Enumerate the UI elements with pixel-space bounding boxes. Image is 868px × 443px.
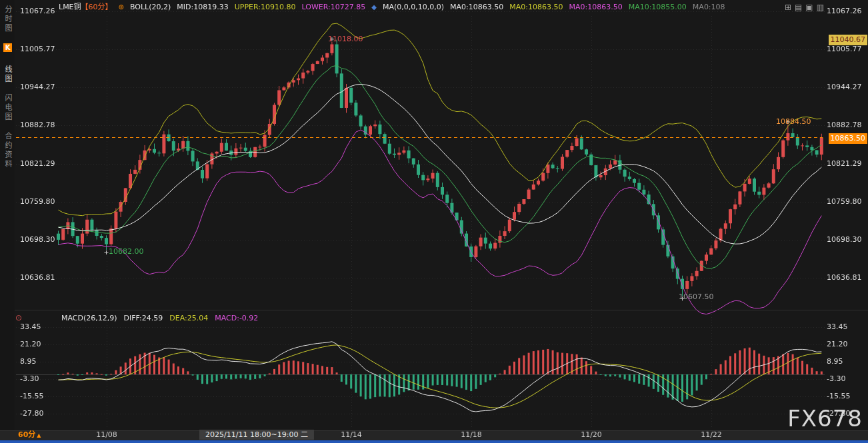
macd-diff-value: DIFF:24.59 <box>124 314 163 322</box>
kline-chart-canvas[interactable] <box>0 0 868 443</box>
period-arrow-icon: ▲ <box>37 432 41 438</box>
period-selector[interactable]: 60分▲ <box>18 428 41 439</box>
macd-axis-label: -3.30 <box>20 374 39 384</box>
macd-dea-value: DEA:25.04 <box>169 314 208 322</box>
time-axis-bar <box>0 430 868 440</box>
time-tick: 11/08 <box>96 430 117 439</box>
symbol-name: LME铜 <box>59 3 81 11</box>
macd-axis-label: -15.55 <box>20 392 43 401</box>
sidebar-item-lightning-chart[interactable]: 闪电图 <box>1 94 14 122</box>
macd-axis-label: 21.20 <box>20 340 41 349</box>
panel-divider <box>15 310 868 310</box>
ma-value-2: MA0:10863.50 <box>509 3 563 12</box>
last-price-badge: 10863.50 <box>829 133 868 144</box>
price-axis-label: 10759.80 <box>827 197 862 207</box>
bottom-accent-bar <box>0 440 868 443</box>
sidebar-item-kline-label: 线图 <box>3 65 12 84</box>
early-low-annotation: 10682.00 <box>109 247 144 256</box>
macd-axis-label: 8.95 <box>827 357 843 366</box>
macd-axis-label: 8.95 <box>20 357 37 366</box>
ma-name: MA(0,0,0,10,0,0) <box>383 3 444 12</box>
macd-hist-value: MACD:-0.92 <box>215 314 258 322</box>
ma-value-3: MA0:10863.50 <box>569 3 622 12</box>
macd-name: MACD(26,12,9) <box>61 314 117 322</box>
macd-axis-label: -15.55 <box>827 392 850 401</box>
columns-layout-icon[interactable]: ▥ <box>817 3 824 12</box>
chart-settings-icon[interactable]: ⊕ <box>119 3 124 12</box>
peak-price-annotation: 11018.00 <box>328 35 363 43</box>
price-axis-label: 10882.78 <box>827 121 862 130</box>
price-axis-label: 10944.27 <box>20 83 55 92</box>
price-axis-label: 11067.26 <box>827 7 862 16</box>
price-axis-label: 10944.27 <box>827 83 862 92</box>
macd-axis-label: 33.45 <box>20 322 41 332</box>
sidebar-item-time-chart[interactable]: 分时图 <box>1 5 14 33</box>
time-tick: 11/22 <box>701 430 722 439</box>
macd-axis-label: 21.20 <box>827 340 848 349</box>
bottom-low-annotation: 10607.50 <box>679 292 714 301</box>
price-axis-label: 10759.80 <box>20 197 55 207</box>
boll-name: BOLL(20,2) <box>130 3 171 12</box>
grid-layout-icon[interactable]: ▤ <box>795 3 802 12</box>
maximize-icon[interactable]: ▣ <box>805 3 813 12</box>
symbol-period[interactable]: LME铜【60分】 <box>59 3 113 12</box>
add-panel-icon[interactable]: ⊞ <box>785 3 791 12</box>
selected-time-label: 2025/11/11 18:00~19:00 二 <box>199 430 314 440</box>
price-axis-label: 10821.29 <box>20 159 55 169</box>
price-axis-label: 10698.30 <box>20 235 55 244</box>
boll-upper-value: UPPER:10910.80 <box>235 3 296 12</box>
ma-settings-icon[interactable]: ◆ <box>371 3 377 12</box>
price-axis-label: 11067.26 <box>20 7 55 16</box>
price-axis-label: 10636.81 <box>20 273 55 282</box>
macd-axis-label: 33.45 <box>827 322 848 332</box>
period-value: 60分 <box>18 430 35 439</box>
macd-axis-label: -27.80 <box>20 409 43 418</box>
reference-price-badge: 11040.67 <box>829 35 868 45</box>
time-tick: 11/14 <box>341 430 362 439</box>
price-axis-label: 10821.29 <box>827 159 862 169</box>
macd-axis-label: -3.30 <box>827 374 845 384</box>
boll-lower-value: LOWER:10727.85 <box>301 3 365 12</box>
price-axis-label: 10636.81 <box>827 273 862 282</box>
macd-settings-icon[interactable]: ⊙ <box>15 313 22 322</box>
macd-legend: MACD(26,12,9) DIFF:24.59 DEA:25.04 MACD:… <box>61 314 258 322</box>
chart-toolbar-icons: ⊞ ▤ ▣ ▥ <box>785 3 824 12</box>
price-axis-label: 10698.30 <box>827 235 862 244</box>
sidebar-item-kline-chart[interactable]: K 线图 <box>1 43 14 84</box>
price-axis-label: 11005.77 <box>20 45 55 54</box>
time-tick: 11/18 <box>461 430 482 439</box>
recent-high-annotation: 10884.50 <box>776 117 811 126</box>
kline-k-badge-icon: K <box>3 43 12 52</box>
ma-value-5: MA0:108 <box>693 3 725 12</box>
left-sidebar: 分时图 K 线图 闪电图 合约资料 <box>0 0 15 430</box>
time-tick: 11/20 <box>581 430 602 439</box>
boll-mid-value: MID:10819.33 <box>177 3 228 12</box>
period-label: 【60分】 <box>81 3 113 11</box>
watermark: FX678 <box>787 405 863 432</box>
ma-value-4: MA10:10855.00 <box>629 3 687 12</box>
price-axis-label: 10882.78 <box>20 121 55 130</box>
ma-value-1: MA0:10863.50 <box>450 3 503 12</box>
price-axis-label: 11005.77 <box>827 45 862 54</box>
sidebar-item-contract-info[interactable]: 合约资料 <box>1 132 14 169</box>
indicator-legend: LME铜【60分】 ⊕ BOLL(20,2) MID:10819.33 UPPE… <box>59 3 725 12</box>
